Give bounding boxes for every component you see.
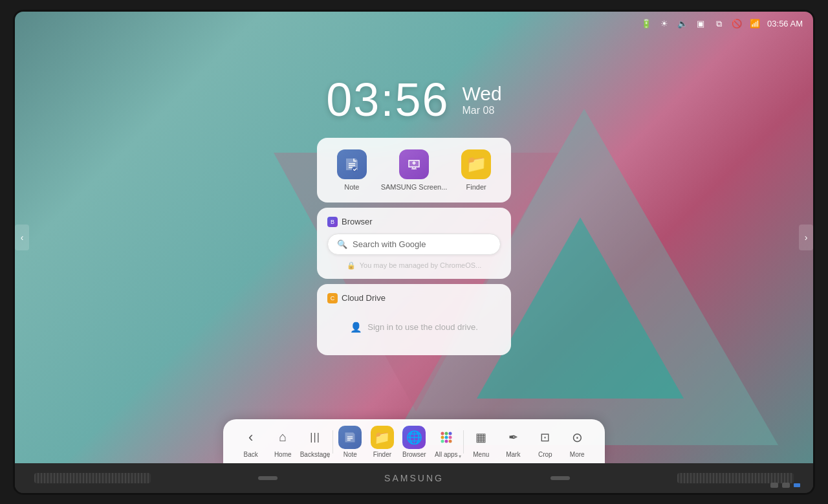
browser-header: B Browser	[327, 217, 501, 227]
app-finder-label: Finder	[466, 183, 486, 191]
block-icon: 🚫	[731, 18, 743, 30]
apps-card: Note SAMSUNG Screen...	[317, 138, 511, 203]
tv-frame: 🔋 ☀ 🔈 ▣ ⧉ 🚫 📶 03:56 AM 03:56 Wed Mar 08	[13, 10, 815, 495]
mark-icon: ✒	[501, 426, 525, 449]
taskbar-divider-1	[332, 430, 333, 454]
status-time: 03:56 AM	[767, 19, 803, 28]
allapps-icon	[435, 426, 458, 449]
search-bar[interactable]: 🔍 Search with Google	[327, 234, 501, 255]
browser-app-icon: 🌐	[402, 426, 426, 449]
taskbar-allapps-label: All apps	[435, 451, 458, 458]
user-icon: 👤	[350, 322, 362, 333]
search-icon: 🔍	[337, 239, 347, 249]
right-arrow-button[interactable]: ›	[799, 225, 813, 250]
nav-button[interactable]	[258, 476, 278, 480]
ports-area	[770, 483, 800, 488]
status-bar: 🔋 ☀ 🔈 ▣ ⧉ 🚫 📶 03:56 AM	[640, 18, 803, 30]
svg-point-12	[444, 435, 448, 439]
svg-point-8	[441, 432, 444, 435]
svg-point-15	[444, 439, 448, 443]
wifi-icon: 📶	[749, 18, 761, 30]
port-2	[782, 483, 790, 488]
svg-point-10	[448, 432, 452, 435]
browser-managed-info: 🔒 You may be managed by ChromeOS...	[327, 261, 501, 270]
taskbar-note[interactable]: Note	[335, 426, 365, 458]
backstage-icon: |||	[303, 426, 327, 449]
app-icon-samsung-screen	[399, 149, 429, 179]
crop-icon: ⊡	[534, 426, 557, 449]
svg-point-11	[441, 435, 444, 439]
taskbar: ‹ Back ⌂ Home ||| Backstage ▾	[223, 419, 605, 463]
cloud-icon: C	[327, 293, 338, 303]
samsung-logo: SAMSUNG	[384, 473, 444, 483]
app-samsung-label: SAMSUNG Screen...	[381, 183, 448, 191]
taskbar-finder[interactable]: 📁 Finder	[367, 426, 397, 458]
taskbar-home[interactable]: ⌂ Home	[268, 426, 298, 458]
menu-icon: ▦	[470, 426, 493, 449]
search-placeholder: Search with Google	[353, 239, 426, 249]
screen-mirror-icon: ⧉	[713, 18, 724, 30]
volume-icon: 🔈	[677, 18, 688, 30]
note-app-icon	[338, 426, 362, 449]
nav-button-right[interactable]	[550, 476, 570, 480]
cloud-title: Cloud Drive	[342, 293, 386, 303]
svg-point-3	[352, 167, 357, 172]
clock-date: Wed Mar 08	[463, 83, 502, 116]
tv-bezel: SAMSUNG	[15, 463, 813, 493]
home-icon: ⌂	[271, 426, 294, 449]
usb-port	[794, 483, 800, 487]
backstage-chevron-icon: ▾	[327, 454, 330, 459]
cloud-signin-text: Sign in to use the cloud drive.	[367, 322, 478, 332]
app-icon-finder: 📁	[461, 149, 491, 179]
cloud-signin[interactable]: 👤 Sign in to use the cloud drive.	[327, 309, 501, 346]
display-icon: ▣	[695, 18, 706, 30]
allapps-chevron-icon: ▾	[459, 454, 461, 459]
left-chevron-icon: ‹	[21, 232, 24, 243]
widget-area: Note SAMSUNG Screen...	[317, 138, 511, 355]
speaker-right	[677, 473, 794, 483]
clock-day: Wed	[463, 83, 502, 105]
svg-point-9	[444, 432, 448, 435]
taskbar-more-label: More	[570, 451, 585, 458]
taskbar-note-label: Note	[343, 451, 357, 458]
taskbar-menu[interactable]: ▦ Menu	[466, 426, 496, 458]
taskbar-crop-label: Crop	[538, 451, 552, 458]
app-finder[interactable]: 📁 Finder	[461, 149, 491, 191]
app-samsung-screen[interactable]: SAMSUNG Screen...	[381, 149, 448, 191]
taskbar-backstage[interactable]: ||| Backstage ▾	[300, 426, 331, 458]
taskbar-home-label: Home	[274, 451, 292, 458]
taskbar-mark[interactable]: ✒ Mark	[498, 426, 528, 458]
cloud-header: C Cloud Drive	[327, 293, 501, 303]
back-icon: ‹	[239, 426, 263, 449]
port-1	[770, 483, 778, 488]
browser-title: Browser	[342, 217, 373, 226]
svg-point-16	[448, 439, 452, 443]
svg-point-14	[441, 439, 444, 443]
taskbar-finder-label: Finder	[373, 451, 391, 458]
browser-widget: B Browser 🔍 Search with Google 🔒 You may…	[317, 208, 511, 279]
taskbar-allapps[interactable]: All apps ▾	[431, 426, 461, 458]
taskbar-crop[interactable]: ⊡ Crop	[530, 426, 560, 458]
svg-point-13	[448, 435, 452, 439]
taskbar-divider-2	[463, 430, 464, 454]
browser-info-text: You may be managed by ChromeOS...	[360, 261, 482, 269]
taskbar-back-label: Back	[244, 451, 258, 458]
screen: 🔋 ☀ 🔈 ▣ ⧉ 🚫 📶 03:56 AM 03:56 Wed Mar 08	[15, 12, 813, 463]
clock-month: Mar 08	[463, 105, 502, 116]
speaker-left	[34, 473, 151, 483]
finder-app-icon: 📁	[371, 426, 394, 449]
cloud-widget: C Cloud Drive 👤 Sign in to use the cloud…	[317, 284, 511, 355]
app-note-label: Note	[344, 183, 359, 191]
taskbar-more[interactable]: ⊙ More	[562, 426, 592, 458]
taskbar-browser[interactable]: 🌐 Browser	[399, 426, 429, 458]
left-arrow-button[interactable]: ‹	[15, 225, 29, 250]
taskbar-menu-label: Menu	[473, 451, 489, 458]
battery-icon: 🔋	[640, 18, 652, 30]
taskbar-back[interactable]: ‹ Back	[236, 426, 266, 458]
more-icon: ⊙	[565, 426, 589, 449]
taskbar-backstage-label: Backstage	[300, 451, 331, 458]
brightness-icon: ☀	[659, 18, 670, 30]
taskbar-browser-label: Browser	[402, 451, 426, 458]
browser-icon: B	[327, 217, 338, 227]
app-note[interactable]: Note	[337, 149, 367, 191]
